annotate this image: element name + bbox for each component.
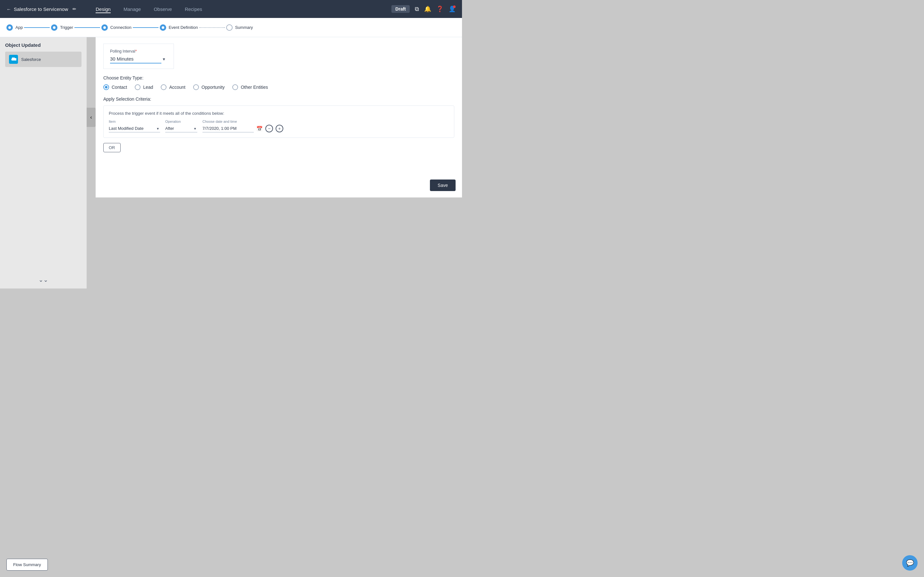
back-button[interactable]: ← Salesforce to Servicenow ✏ bbox=[6, 6, 76, 12]
radio-btn-lead bbox=[135, 84, 141, 90]
bell-icon[interactable]: 🔔 bbox=[424, 5, 431, 13]
item-arrow-icon: ▼ bbox=[156, 127, 160, 131]
step-event-definition[interactable]: Event Definition bbox=[160, 24, 198, 31]
nav-tab-recipes[interactable]: Recipes bbox=[185, 5, 202, 13]
operation-label: Operation bbox=[165, 119, 197, 123]
calendar-icon[interactable]: 📅 bbox=[256, 126, 263, 132]
step-trigger[interactable]: Trigger bbox=[51, 24, 73, 31]
step-circle-summary bbox=[226, 24, 233, 31]
polling-section: Polling Interval* 15 Minutes 30 Minutes … bbox=[103, 44, 174, 69]
radio-btn-other bbox=[232, 84, 238, 90]
item-select[interactable]: Last Modified Date Created Date Status bbox=[109, 125, 160, 132]
step-circle-inner-4 bbox=[162, 26, 164, 29]
back-arrow-icon: ← bbox=[6, 6, 11, 12]
step-label-summary: Summary bbox=[235, 25, 253, 30]
save-button[interactable]: Save bbox=[430, 179, 456, 191]
polling-arrow-icon: ▼ bbox=[162, 57, 166, 61]
criteria-row: Item Last Modified Date Created Date Sta… bbox=[109, 119, 449, 132]
polling-label: Polling Interval* bbox=[110, 49, 167, 53]
datetime-input-wrapper: 📅 − + bbox=[202, 125, 283, 132]
radio-label-opportunity: Opportunity bbox=[202, 85, 225, 90]
entity-section: Choose Entity Type: Contact Lead Account bbox=[103, 75, 454, 90]
main-content: Polling Interval* 15 Minutes 30 Minutes … bbox=[95, 37, 462, 288]
nav-tab-manage[interactable]: Manage bbox=[124, 5, 141, 13]
edit-icon[interactable]: ✏ bbox=[73, 6, 76, 11]
step-connector-3 bbox=[133, 27, 158, 28]
radio-label-contact: Contact bbox=[111, 85, 127, 90]
app-title: Salesforce to Servicenow bbox=[14, 6, 68, 12]
alert-dot bbox=[453, 5, 456, 8]
datetime-input[interactable] bbox=[202, 125, 254, 132]
step-label-app: App bbox=[15, 25, 23, 30]
radio-account[interactable]: Account bbox=[161, 84, 186, 90]
salesforce-logo bbox=[9, 55, 18, 64]
radio-btn-opportunity bbox=[193, 84, 199, 90]
remove-condition-button[interactable]: − bbox=[265, 125, 273, 132]
item-label: Item bbox=[109, 119, 160, 123]
step-label-connection: Connection bbox=[110, 25, 132, 30]
sidebar-title: Object Updated bbox=[5, 42, 81, 48]
polling-select-wrapper: 15 Minutes 30 Minutes 1 Hour 2 Hours ▼ bbox=[110, 55, 167, 63]
nav-tab-design[interactable]: Design bbox=[95, 5, 111, 13]
chevron-left-icon: ‹ bbox=[90, 114, 92, 120]
main-layout: Object Updated Salesforce ⌄⌄ ‹ Polling I… bbox=[0, 37, 462, 288]
criteria-operation-field: Operation After Before On ▼ bbox=[165, 119, 197, 132]
radio-contact[interactable]: Contact bbox=[103, 84, 127, 90]
criteria-description: Process the trigger event if it meets al… bbox=[109, 111, 449, 116]
top-nav: ← Salesforce to Servicenow ✏ Design Mana… bbox=[0, 0, 462, 18]
step-circle-connection bbox=[102, 24, 108, 31]
step-circle-inner-3 bbox=[103, 26, 106, 29]
radio-btn-account bbox=[161, 84, 166, 90]
step-circle-inner bbox=[8, 26, 11, 29]
criteria-section: Apply Selection Criteria: Process the tr… bbox=[103, 97, 454, 152]
step-connection[interactable]: Connection bbox=[102, 24, 132, 31]
avatar[interactable]: 👤 bbox=[449, 5, 456, 13]
radio-opportunity[interactable]: Opportunity bbox=[193, 84, 225, 90]
expand-icon[interactable]: ⌄⌄ bbox=[39, 276, 48, 284]
nav-tabs: Design Manage Observe Recipes bbox=[95, 5, 391, 13]
step-connector-4 bbox=[199, 27, 225, 28]
help-icon[interactable]: ❓ bbox=[436, 5, 443, 13]
step-summary[interactable]: Summary bbox=[226, 24, 253, 31]
operation-arrow-icon: ▼ bbox=[194, 127, 197, 131]
step-connector-2 bbox=[74, 27, 100, 28]
radio-label-other: Other Entities bbox=[241, 85, 268, 90]
sidebar-item-salesforce: Salesforce bbox=[21, 57, 41, 62]
step-circle-event bbox=[160, 24, 166, 31]
entity-section-label: Choose Entity Type: bbox=[103, 75, 454, 81]
left-sidebar: Object Updated Salesforce ⌄⌄ bbox=[0, 37, 87, 288]
or-button[interactable]: OR bbox=[103, 143, 121, 152]
step-connector-1 bbox=[24, 27, 50, 28]
nav-tab-observe[interactable]: Observe bbox=[153, 5, 172, 13]
entity-radio-group: Contact Lead Account Opportunity bbox=[103, 84, 454, 90]
external-link-icon[interactable]: ⧉ bbox=[415, 6, 419, 13]
radio-btn-contact bbox=[103, 84, 109, 90]
status-badge: Draft bbox=[391, 5, 410, 13]
nav-right: Draft ⧉ 🔔 ❓ 👤 bbox=[391, 5, 456, 13]
step-circle-inner-2 bbox=[53, 26, 55, 29]
item-select-wrapper: Last Modified Date Created Date Status ▼ bbox=[109, 125, 160, 132]
toggle-sidebar-button[interactable]: ‹ bbox=[87, 108, 95, 127]
step-app[interactable]: App bbox=[6, 24, 23, 31]
add-condition-button[interactable]: + bbox=[276, 125, 283, 132]
step-circle-app bbox=[6, 24, 13, 31]
radio-other-entities[interactable]: Other Entities bbox=[232, 84, 268, 90]
step-label-event: Event Definition bbox=[169, 25, 198, 30]
sidebar-salesforce-item[interactable]: Salesforce bbox=[5, 52, 81, 67]
criteria-section-label: Apply Selection Criteria: bbox=[103, 97, 454, 102]
step-progress-bar: App Trigger Connection Event Definition … bbox=[0, 18, 462, 37]
datetime-label: Choose date and time bbox=[202, 119, 283, 123]
operation-select[interactable]: After Before On bbox=[165, 125, 197, 132]
step-circle-trigger bbox=[51, 24, 57, 31]
radio-label-account: Account bbox=[169, 85, 186, 90]
criteria-box: Process the trigger event if it meets al… bbox=[103, 105, 454, 138]
operation-select-wrapper: After Before On ▼ bbox=[165, 125, 197, 132]
radio-lead[interactable]: Lead bbox=[135, 84, 153, 90]
criteria-datetime-field: Choose date and time 📅 − + bbox=[202, 119, 283, 132]
radio-label-lead: Lead bbox=[143, 85, 153, 90]
step-label-trigger: Trigger bbox=[60, 25, 73, 30]
criteria-item-field: Item Last Modified Date Created Date Sta… bbox=[109, 119, 160, 132]
polling-interval-select[interactable]: 15 Minutes 30 Minutes 1 Hour 2 Hours bbox=[110, 55, 162, 63]
